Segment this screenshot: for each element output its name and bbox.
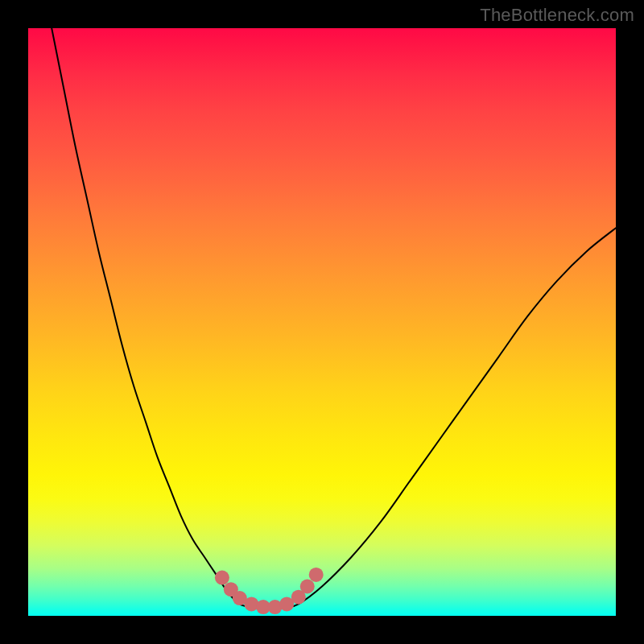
curve-path xyxy=(52,28,616,609)
chart-svg xyxy=(28,28,616,616)
marker-group xyxy=(215,568,324,614)
marker-dot xyxy=(215,571,229,585)
watermark-text: TheBottleneck.com xyxy=(480,5,634,26)
plot-area xyxy=(28,28,616,616)
bottleneck-curve xyxy=(52,28,616,609)
marker-dot xyxy=(300,580,315,594)
outer-frame: TheBottleneck.com xyxy=(0,0,644,644)
marker-dot xyxy=(309,568,324,582)
